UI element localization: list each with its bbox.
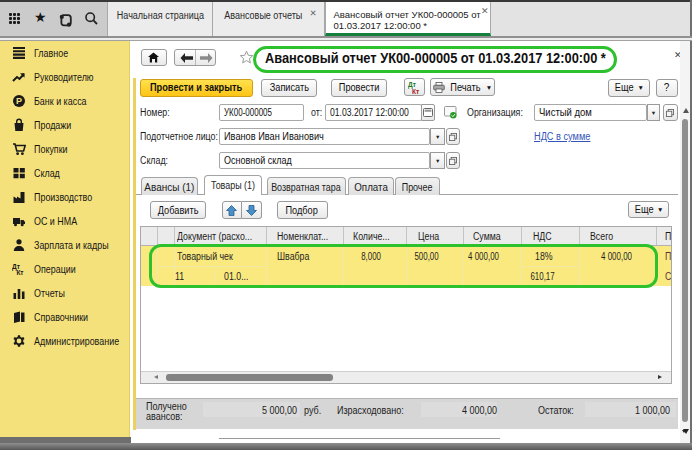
svg-text:Кт: Кт bbox=[16, 269, 24, 276]
svg-text:P: P bbox=[15, 96, 21, 106]
svg-text:Кт: Кт bbox=[412, 87, 419, 94]
